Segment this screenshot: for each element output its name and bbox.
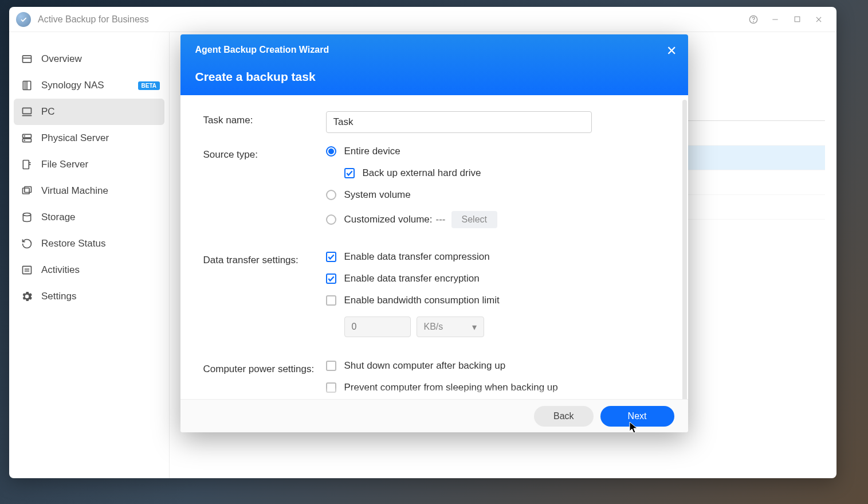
checkbox-icon [326,382,336,393]
bandwidth-input [344,317,411,337]
fileserver-icon [21,158,33,171]
svg-point-22 [23,213,30,216]
checkbox-icon [344,168,355,178]
task-name-input[interactable] [326,111,592,133]
server-icon [21,132,33,144]
restore-icon [21,237,33,250]
checkbox-icon [326,274,336,284]
sidebar-item-restore-status[interactable]: Restore Status [14,230,164,257]
modal-header: Agent Backup Creation Wizard Create a ba… [180,34,688,95]
chevron-down-icon: ▾ [472,322,477,333]
pc-icon [21,106,33,118]
checkbox-icon [326,252,336,262]
sidebar-item-activities[interactable]: Activities [14,257,164,283]
checkbox-icon [326,295,336,306]
minimize-button[interactable] [764,9,786,30]
app-icon [16,12,31,27]
svg-point-15 [24,136,25,136]
back-button[interactable]: Back [534,406,594,427]
task-name-label: Task name: [203,111,326,126]
svg-rect-6 [23,56,32,62]
sidebar-item-synology-nas[interactable]: Synology NAS BETA [14,72,164,99]
checkbox-bandwidth-limit[interactable]: Enable bandwidth consumption limit [326,295,665,306]
overview-icon [21,53,33,65]
sidebar-item-virtual-machine[interactable]: Virtual Machine [14,178,164,204]
power-settings-label: Computer power settings: [203,360,326,375]
modal-title: Agent Backup Creation Wizard [195,45,673,55]
nas-icon [21,79,33,92]
sidebar-item-label: Virtual Machine [41,185,108,197]
checkbox-icon [326,361,336,371]
data-transfer-label: Data transfer settings: [203,251,326,266]
storage-icon [21,211,33,224]
activities-icon [21,264,33,276]
sidebar-item-label: Settings [41,291,76,302]
bandwidth-unit-select: KB/s ▾ [417,317,484,337]
help-button[interactable] [743,9,764,30]
select-volume-button[interactable]: Select [451,211,497,228]
sidebar-item-label: Overview [41,53,82,65]
scrollbar[interactable] [682,100,687,399]
svg-rect-20 [23,188,30,194]
app-title: Active Backup for Business [38,14,149,25]
sidebar-item-label: Physical Server [41,132,109,144]
svg-rect-17 [23,161,29,169]
sidebar-item-settings[interactable]: Settings [14,283,164,310]
sidebar-item-pc[interactable]: PC [14,99,164,125]
svg-point-1 [753,21,754,22]
svg-rect-23 [23,266,32,274]
sidebar: Overview Synology NAS BETA PC Physical S… [9,32,170,478]
sidebar-item-label: Activities [41,264,80,276]
radio-entire-device[interactable]: Entire device [326,146,665,157]
gear-icon [21,290,33,303]
sidebar-item-label: Synology NAS [41,80,104,91]
titlebar: Active Backup for Business [9,7,836,32]
backup-wizard-modal: Agent Backup Creation Wizard Create a ba… [180,34,688,432]
source-type-label: Source type: [203,146,326,161]
svg-rect-11 [23,108,32,114]
svg-point-16 [24,140,25,140]
close-icon[interactable]: ✕ [666,44,677,58]
sidebar-item-label: Restore Status [41,238,105,249]
checkbox-compression[interactable]: Enable data transfer compression [326,251,665,263]
radio-customized-volume[interactable]: Customized volume: --- Select [326,211,665,228]
sidebar-item-label: PC [41,106,55,118]
radio-system-volume[interactable]: System volume [326,189,665,201]
sidebar-item-label: Storage [41,212,76,223]
maximize-button[interactable] [786,9,808,30]
sidebar-item-label: File Server [41,159,88,170]
modal-subtitle: Create a backup task [195,70,673,84]
modal-body: Task name: Source type: Entire device Ba… [180,95,688,399]
checkbox-encryption[interactable]: Enable data transfer encryption [326,273,665,284]
next-button[interactable]: Next [600,406,674,427]
checkbox-shutdown-after[interactable]: Shut down computer after backing up [326,360,665,372]
checkbox-prevent-sleep[interactable]: Prevent computer from sleeping when back… [326,382,665,393]
modal-footer: Back Next [180,399,688,432]
radio-icon [326,146,336,157]
close-button[interactable] [808,9,830,30]
svg-rect-3 [795,17,800,22]
radio-icon [326,190,336,200]
sidebar-item-overview[interactable]: Overview [14,46,164,72]
beta-badge: BETA [138,81,160,90]
radio-icon [326,214,336,225]
sidebar-item-storage[interactable]: Storage [14,204,164,230]
sidebar-item-file-server[interactable]: File Server [14,151,164,178]
sidebar-item-physical-server[interactable]: Physical Server [14,125,164,151]
checkbox-backup-external[interactable]: Back up external hard drive [344,167,665,179]
svg-rect-21 [25,187,32,193]
vm-icon [21,185,33,197]
